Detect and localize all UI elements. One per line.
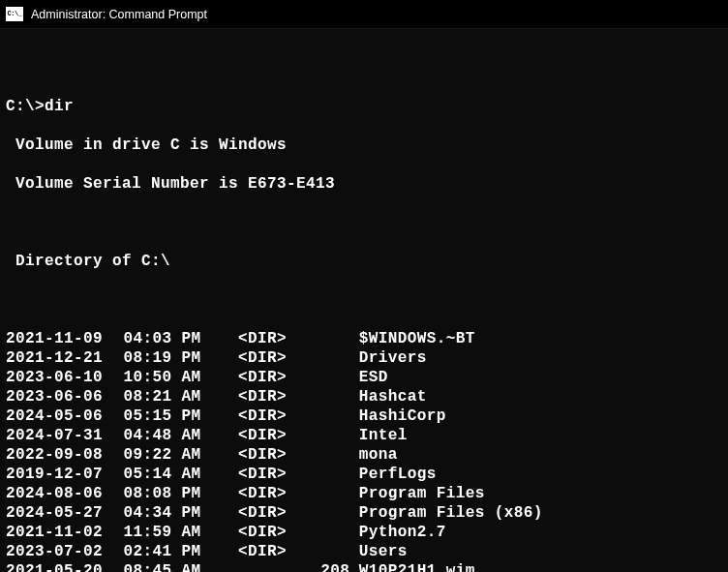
prompt-prefix: C:\> bbox=[6, 98, 45, 115]
entry-type: <DIR> bbox=[238, 329, 294, 348]
directory-entry: 2021-12-2108:19 PM <DIR> Drivers bbox=[6, 348, 722, 368]
directory-entries: 2021-11-0904:03 PM <DIR> $WINDOWS.~BT202… bbox=[6, 329, 722, 572]
prompt-line: C:\>dir bbox=[6, 97, 722, 116]
volume-line-1: Volume in drive C is Windows bbox=[6, 135, 722, 155]
entry-date: 2024-07-31 bbox=[6, 426, 117, 445]
entry-date: 2023-06-06 bbox=[6, 387, 117, 406]
entry-time: 08:08 PM bbox=[117, 484, 200, 503]
entry-time: 04:03 PM bbox=[117, 329, 200, 348]
entry-type: <DIR> bbox=[238, 406, 294, 426]
entry-name: Intel bbox=[359, 426, 408, 445]
entry-type: <DIR> bbox=[238, 387, 294, 406]
entry-date: 2022-09-08 bbox=[6, 445, 117, 465]
entry-size bbox=[294, 387, 350, 406]
entry-type: <DIR> bbox=[238, 523, 294, 542]
directory-entry: 2021-05-2008:45 AM 208 W10P21H1.wim bbox=[6, 561, 722, 572]
entry-name: W10P21H1.wim bbox=[359, 561, 475, 572]
directory-entry: 2023-06-0608:21 AM <DIR> Hashcat bbox=[6, 387, 722, 406]
entry-time: 08:21 AM bbox=[117, 387, 200, 406]
blank-line bbox=[6, 290, 722, 310]
directory-entry: 2024-05-2704:34 PM <DIR> Program Files (… bbox=[6, 503, 722, 523]
volume-line-2: Volume Serial Number is E673-E413 bbox=[6, 174, 722, 194]
entry-time: 08:45 AM bbox=[117, 561, 200, 572]
entry-name: HashiCorp bbox=[359, 406, 446, 426]
entry-type bbox=[238, 561, 294, 572]
entry-date: 2021-12-21 bbox=[6, 348, 117, 368]
entry-size bbox=[294, 406, 350, 426]
entry-date: 2019-12-07 bbox=[6, 465, 117, 484]
titlebar[interactable]: Administrator: Command Prompt bbox=[0, 0, 728, 29]
entry-size bbox=[294, 368, 350, 387]
entry-type: <DIR> bbox=[238, 445, 294, 465]
entry-name: $WINDOWS.~BT bbox=[359, 329, 475, 348]
entry-time: 02:41 PM bbox=[117, 542, 200, 561]
blank-line bbox=[6, 58, 722, 77]
entry-size bbox=[294, 426, 350, 445]
directory-entry: 2021-11-0211:59 AM <DIR> Python2.7 bbox=[6, 523, 722, 542]
entry-size bbox=[294, 503, 350, 523]
entry-date: 2024-05-06 bbox=[6, 406, 117, 426]
entry-size bbox=[294, 445, 350, 465]
entry-type: <DIR> bbox=[238, 484, 294, 503]
entry-type: <DIR> bbox=[238, 503, 294, 523]
entry-date: 2023-06-10 bbox=[6, 368, 117, 387]
entry-type: <DIR> bbox=[238, 368, 294, 387]
entry-time: 11:59 AM bbox=[117, 523, 200, 542]
entry-date: 2024-05-27 bbox=[6, 503, 117, 523]
entry-date: 2021-11-09 bbox=[6, 329, 117, 348]
directory-entry: 2023-06-1010:50 AM <DIR> ESD bbox=[6, 368, 722, 387]
entry-size: 208 bbox=[294, 561, 350, 572]
entry-size bbox=[294, 542, 350, 561]
entry-time: 04:34 PM bbox=[117, 503, 200, 523]
entry-name: Program Files (x86) bbox=[359, 503, 543, 523]
entry-size bbox=[294, 484, 350, 503]
entry-type: <DIR> bbox=[238, 465, 294, 484]
entry-time: 05:15 PM bbox=[117, 406, 200, 426]
entry-name: Program Files bbox=[359, 484, 485, 503]
entry-name: Users bbox=[359, 542, 408, 561]
entry-size bbox=[294, 523, 350, 542]
blank-line bbox=[6, 213, 722, 232]
directory-header: Directory of C:\ bbox=[6, 252, 722, 271]
directory-entry: 2024-05-0605:15 PM <DIR> HashiCorp bbox=[6, 406, 722, 426]
entry-type: <DIR> bbox=[238, 542, 294, 561]
directory-entry: 2021-11-0904:03 PM <DIR> $WINDOWS.~BT bbox=[6, 329, 722, 348]
terminal-output[interactable]: C:\>dir Volume in drive C is Windows Vol… bbox=[0, 29, 728, 572]
entry-time: 04:48 AM bbox=[117, 426, 200, 445]
entry-date: 2021-05-20 bbox=[6, 561, 117, 572]
entry-name: PerfLogs bbox=[359, 465, 437, 484]
entry-size bbox=[294, 465, 350, 484]
entry-date: 2021-11-02 bbox=[6, 523, 117, 542]
entry-date: 2023-07-02 bbox=[6, 542, 117, 561]
entry-size bbox=[294, 329, 350, 348]
entry-name: Hashcat bbox=[359, 387, 427, 406]
entry-time: 09:22 AM bbox=[117, 445, 200, 465]
entry-name: ESD bbox=[359, 368, 388, 387]
titlebar-text: Administrator: Command Prompt bbox=[31, 8, 207, 21]
entry-type: <DIR> bbox=[238, 426, 294, 445]
directory-entry: 2022-09-0809:22 AM <DIR> mona bbox=[6, 445, 722, 465]
entry-time: 08:19 PM bbox=[117, 348, 200, 368]
entry-name: mona bbox=[359, 445, 398, 465]
entry-type: <DIR> bbox=[238, 348, 294, 368]
entry-time: 10:50 AM bbox=[117, 368, 200, 387]
entry-name: Drivers bbox=[359, 348, 427, 368]
entry-time: 05:14 AM bbox=[117, 465, 200, 484]
directory-entry: 2024-08-0608:08 PM <DIR> Program Files bbox=[6, 484, 722, 503]
entry-name: Python2.7 bbox=[359, 523, 446, 542]
entry-date: 2024-08-06 bbox=[6, 484, 117, 503]
directory-entry: 2024-07-3104:48 AM <DIR> Intel bbox=[6, 426, 722, 445]
command-text: dir bbox=[45, 98, 74, 115]
entry-size bbox=[294, 348, 350, 368]
directory-entry: 2023-07-0202:41 PM <DIR> Users bbox=[6, 542, 722, 561]
cmd-icon bbox=[6, 7, 23, 21]
directory-entry: 2019-12-0705:14 AM <DIR> PerfLogs bbox=[6, 465, 722, 484]
